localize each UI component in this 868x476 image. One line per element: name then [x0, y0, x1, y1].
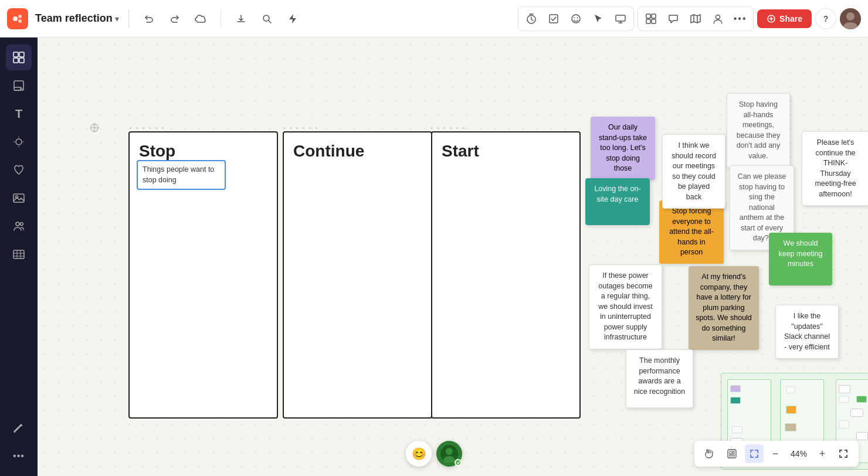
- emoji-button[interactable]: 😊: [406, 441, 432, 467]
- fit-view-button[interactable]: [745, 444, 764, 463]
- svg-point-28: [21, 223, 23, 226]
- canvas[interactable]: • • • • • • • • • • • • • • • • • • Stop…: [38, 38, 868, 476]
- right-toolbar-group-1: [518, 6, 634, 31]
- svg-point-2: [18, 19, 22, 23]
- bottom-toolbar: 😊: [406, 441, 462, 467]
- svg-rect-20: [19, 52, 24, 57]
- hand-tool-button[interactable]: [700, 444, 719, 463]
- download-button[interactable]: [230, 8, 252, 29]
- sidebar-item-tables[interactable]: [6, 242, 32, 267]
- svg-rect-19: [13, 52, 18, 57]
- svg-point-7: [574, 17, 575, 18]
- left-sidebar: T •••: [0, 38, 38, 476]
- sticky-no-allhands[interactable]: Stop having all-hands meetings, because …: [727, 93, 790, 168]
- sticky-think-thursday[interactable]: Please let's continue the THINK-Thursday…: [802, 131, 868, 206]
- svg-rect-13: [652, 19, 656, 23]
- sticky-parking-lottery[interactable]: At my friend's company, they have a lott…: [689, 266, 759, 350]
- stop-frame-title: Stop: [139, 142, 267, 161]
- app-logo[interactable]: [7, 8, 28, 29]
- search-button[interactable]: [256, 8, 277, 29]
- svg-rect-5: [550, 15, 558, 23]
- start-frame-dots: • • • • • •: [430, 124, 466, 131]
- redo-button[interactable]: [164, 8, 185, 29]
- sticky-record-meetings[interactable]: I think we should record our meetings so…: [662, 134, 725, 209]
- svg-point-31: [446, 448, 453, 455]
- present-button[interactable]: [610, 8, 631, 29]
- reactions-button[interactable]: [565, 8, 586, 29]
- svg-point-27: [16, 222, 19, 226]
- cloud-save-button[interactable]: [190, 8, 211, 29]
- user-avatar[interactable]: [840, 8, 861, 29]
- svg-point-24: [16, 139, 22, 145]
- svg-rect-34: [730, 451, 732, 454]
- sidebar-item-shapes[interactable]: [6, 129, 32, 155]
- continue-frame: Continue: [283, 131, 432, 419]
- sticky-daycare[interactable]: Loving the on-site day care: [585, 178, 650, 225]
- toolbar-divider-1: [128, 9, 129, 28]
- map-button[interactable]: [685, 8, 706, 29]
- svg-rect-10: [646, 14, 650, 18]
- sticky-performance-awards[interactable]: The monthly performance awards are a nic…: [626, 349, 693, 408]
- sticky-allhands-person[interactable]: Stop forcing everyone to attend the all-…: [659, 200, 724, 264]
- svg-rect-9: [616, 15, 625, 21]
- zoom-level-display: 44%: [787, 449, 811, 458]
- share-button[interactable]: Share: [757, 9, 812, 28]
- zoom-controls: − 44% +: [694, 441, 859, 467]
- sticky-daily-standups[interactable]: Our daily stand-ups take too long. Let's…: [591, 117, 655, 180]
- svg-rect-12: [646, 19, 650, 23]
- sidebar-item-stickies[interactable]: [6, 73, 32, 98]
- svg-rect-36: [730, 454, 731, 456]
- move-handle-icon[interactable]: [89, 123, 100, 136]
- svg-rect-29: [13, 250, 24, 259]
- continue-frame-title: Continue: [293, 142, 422, 161]
- sidebar-item-images[interactable]: [6, 185, 32, 211]
- cursor-button[interactable]: [588, 8, 609, 29]
- right-toolbar-group-2: •••: [638, 6, 754, 31]
- more-button[interactable]: •••: [730, 8, 751, 29]
- stop-frame-dots: • • • • • •: [130, 124, 165, 131]
- minimap-button[interactable]: [723, 444, 741, 463]
- share-label: Share: [779, 14, 802, 23]
- sidebar-more-icon: •••: [13, 451, 25, 461]
- sidebar-item-text[interactable]: T: [6, 101, 32, 127]
- svg-point-17: [846, 12, 855, 21]
- top-toolbar: Team reflection ▾: [0, 0, 868, 38]
- sidebar-item-pen[interactable]: [6, 415, 32, 441]
- sidebar-item-more[interactable]: •••: [6, 443, 32, 469]
- timer-button[interactable]: [521, 8, 542, 29]
- svg-rect-21: [13, 58, 18, 63]
- user-presence-avatar[interactable]: [436, 441, 462, 467]
- board-title: Team reflection: [35, 12, 113, 25]
- title-chevron-icon: ▾: [115, 14, 119, 23]
- stop-text-content: Things people want to stop doing: [143, 165, 214, 184]
- right-toolbar: ••• Share ?: [518, 6, 861, 31]
- emoji-icon: 😊: [412, 447, 426, 461]
- user-button[interactable]: [707, 8, 728, 29]
- checkmark-button[interactable]: [543, 8, 564, 29]
- continue-frame-dots: • • • • • •: [283, 124, 318, 131]
- toolbar-divider-2: [221, 9, 221, 28]
- sticky-slack-channel[interactable]: I like the "updates" Slack channel - ver…: [775, 305, 839, 359]
- presence-indicator: [455, 459, 462, 466]
- zoom-plus-icon: +: [819, 448, 826, 460]
- chat-button[interactable]: [663, 8, 684, 29]
- stop-text-input[interactable]: Things people want to stop doing: [137, 160, 226, 190]
- sidebar-item-frames[interactable]: [6, 45, 32, 70]
- sticky-power-outages[interactable]: If these power outages become a regular …: [589, 264, 662, 349]
- help-icon: ?: [823, 14, 829, 23]
- zoom-in-button[interactable]: +: [814, 446, 830, 462]
- layout-button[interactable]: [640, 8, 662, 29]
- fullscreen-button[interactable]: [834, 444, 853, 463]
- undo-button[interactable]: [138, 8, 160, 29]
- help-button[interactable]: ?: [815, 8, 836, 29]
- start-frame: Start: [431, 131, 581, 419]
- title-area[interactable]: Team reflection ▾: [35, 12, 119, 25]
- sidebar-item-people[interactable]: [6, 213, 32, 239]
- stop-frame: Stop Things people want to stop doing: [128, 131, 278, 419]
- sidebar-item-templates[interactable]: [6, 157, 32, 183]
- zoom-out-button[interactable]: −: [767, 446, 784, 462]
- start-frame-title: Start: [442, 142, 570, 161]
- svg-rect-11: [652, 14, 656, 18]
- flash-button[interactable]: [282, 8, 303, 29]
- sticky-meeting-minutes[interactable]: We should keep meeting minutes: [769, 233, 832, 285]
